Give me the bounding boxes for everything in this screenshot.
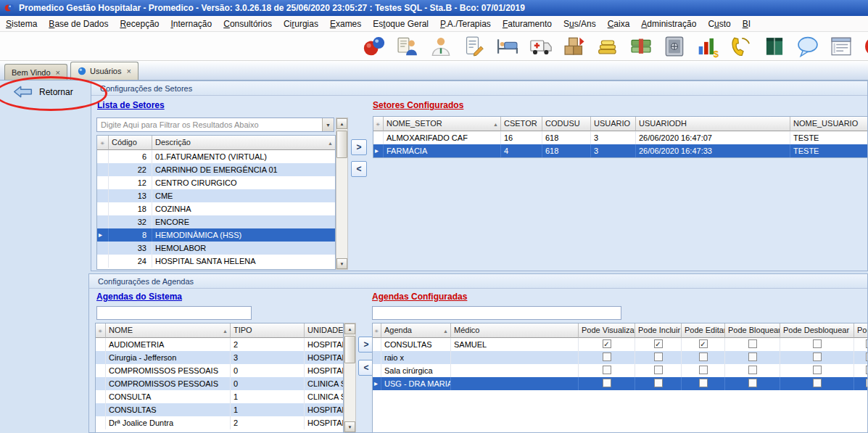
checkbox-checked[interactable]: ✓: [654, 339, 663, 348]
scroll-up-icon[interactable]: ▲: [336, 118, 347, 129]
column-header-nome[interactable]: NOME▲: [106, 323, 231, 338]
table-row[interactable]: ▸USG - DRA MARIA A: [373, 377, 868, 390]
table-row[interactable]: Sala cirúrgica: [373, 364, 868, 377]
menu-item-recepcao[interactable]: Recepção: [114, 19, 165, 29]
patients-icon[interactable]: [396, 35, 419, 58]
agendas-sistema-filter-input[interactable]: [96, 306, 252, 320]
checkbox-unchecked[interactable]: [603, 379, 611, 387]
menu-item-p-a-terapias[interactable]: P.A./Terapias: [434, 19, 497, 29]
book-icon[interactable]: [763, 35, 786, 58]
column-header-pode-incluir[interactable]: Pode Incluir: [635, 323, 682, 338]
checkbox-unchecked[interactable]: [654, 352, 663, 361]
column-header-pode-desbloquear[interactable]: Pode Desbloquear: [780, 323, 854, 338]
money-stack-icon[interactable]: [629, 35, 653, 58]
scroll-thumb[interactable]: [344, 336, 355, 363]
checkbox-unchecked[interactable]: [866, 379, 868, 387]
table-row[interactable]: 13CME: [97, 189, 335, 202]
column-header-codigo[interactable]: Código: [109, 136, 152, 150]
column-header-unidade[interactable]: UNIDADE: [305, 323, 344, 338]
phone-icon[interactable]: [729, 35, 753, 58]
doctor-icon[interactable]: [429, 35, 452, 58]
column-header-usuario[interactable]: USUARIO: [591, 117, 636, 131]
chat-icon[interactable]: [796, 35, 819, 58]
column-header-usuariodh[interactable]: USUARIODH: [636, 117, 790, 131]
table-row[interactable]: 22CARRINHO DE EMERGÊNCIA 01: [97, 163, 335, 176]
checkbox-unchecked[interactable]: [699, 379, 708, 387]
menu-item-consultorios[interactable]: Consultórios: [218, 19, 278, 29]
finance-chart-icon[interactable]: $: [696, 35, 719, 58]
checkbox-unchecked[interactable]: [748, 339, 757, 348]
column-header-csetor[interactable]: CSETOR: [501, 117, 542, 131]
table-row[interactable]: 601.FATURAMENTO (VIRTUAL): [97, 150, 335, 163]
table-row[interactable]: 32ENCORE: [97, 215, 335, 228]
checkbox-unchecked[interactable]: [866, 352, 868, 361]
checkbox-unchecked[interactable]: [699, 352, 708, 361]
table-row[interactable]: 12CENTRO CIRURGICO: [97, 176, 335, 189]
checkbox-unchecked[interactable]: [813, 366, 822, 374]
stock-boxes-icon[interactable]: [563, 35, 586, 58]
tab-close-icon[interactable]: ×: [126, 67, 131, 75]
checkbox-checked[interactable]: ✓: [603, 339, 611, 348]
agendas-configuradas-filter-input[interactable]: [372, 306, 621, 320]
checkbox-unchecked[interactable]: [748, 366, 757, 374]
scroll-thumb[interactable]: [336, 131, 347, 158]
scroll-down-icon[interactable]: ▼: [336, 258, 347, 269]
menu-item-bi[interactable]: BI: [737, 19, 756, 29]
sphere-users-icon[interactable]: [363, 35, 386, 58]
scroll-up-icon[interactable]: ▲: [344, 323, 355, 334]
table-row[interactable]: CONSULTAS1HOSPITAL: [96, 403, 343, 416]
table-row[interactable]: COMPROMISSOS PESSOAIS0CLINICA S: [96, 377, 343, 390]
column-header-pode-editar[interactable]: Pode Editar: [682, 323, 725, 338]
column-header-nome-usuario[interactable]: NOME_USUARIO: [790, 117, 868, 131]
column-header-codusu[interactable]: CODUSU: [542, 117, 591, 131]
checkbox-unchecked[interactable]: [748, 352, 757, 361]
setores-remove-button[interactable]: <: [351, 161, 367, 177]
menu-item-sistema[interactable]: Sistema: [0, 19, 43, 29]
table-row[interactable]: AUDIOMETRIA2HOSPITAL: [96, 338, 343, 351]
column-header-agenda[interactable]: Agenda▲: [381, 323, 451, 338]
table-row[interactable]: CONSULTASSAMUEL✓✓✓: [373, 338, 868, 351]
menu-item-internacao[interactable]: Internação: [165, 19, 218, 29]
table-row[interactable]: ▸8HEMODINÂMICA (HSS): [97, 228, 335, 242]
retornar-button[interactable]: Retornar: [9, 85, 78, 99]
tab-close-icon[interactable]: ×: [56, 68, 60, 77]
table-row[interactable]: CONSULTA1CLINICA S: [96, 390, 343, 403]
safe-icon[interactable]: [663, 35, 686, 58]
checkbox-unchecked[interactable]: [699, 366, 708, 374]
menu-item-base-de-dados[interactable]: Base de Dados: [43, 19, 114, 29]
table-row[interactable]: ▸FARMÁCIA4618326/06/2020 16:47:33TESTE: [373, 144, 868, 157]
menu-item-custo[interactable]: Custo: [702, 19, 736, 29]
gold-billing-icon[interactable]: [596, 35, 619, 58]
checkbox-checked[interactable]: ✓: [699, 339, 708, 348]
checkbox-unchecked[interactable]: [603, 366, 611, 374]
menu-item-estoque-geral[interactable]: Estoque Geral: [367, 19, 434, 29]
column-header-pode[interactable]: Pode: [854, 323, 868, 338]
table-row[interactable]: ALMOXARIFADO CAF16618326/06/2020 16:47:0…: [373, 131, 868, 144]
menu-item-exames[interactable]: Exames: [324, 19, 367, 29]
menu-item-administracao[interactable]: Administração: [635, 19, 702, 29]
checkbox-unchecked[interactable]: [654, 366, 663, 374]
column-header-medico[interactable]: Médico: [451, 323, 579, 338]
scroll-down-icon[interactable]: ▼: [344, 421, 355, 432]
checkbox-unchecked[interactable]: [603, 352, 611, 361]
schedule-icon[interactable]: [830, 35, 853, 58]
menu-item-cirurgias[interactable]: Cirurgias: [278, 19, 324, 29]
checkbox-unchecked[interactable]: [813, 379, 822, 387]
table-row[interactable]: 24HOSPITAL SANTA HELENA: [97, 255, 335, 268]
setores-add-button[interactable]: >: [351, 139, 367, 155]
checkbox-unchecked[interactable]: [866, 339, 868, 348]
alert-red-icon[interactable]: [863, 35, 868, 58]
column-header-pode-bloquear[interactable]: Pode Bloquear: [725, 323, 780, 338]
column-header-nome-setor[interactable]: NOME_SETOR▲: [384, 117, 501, 131]
prescription-icon[interactable]: [463, 35, 486, 58]
menu-item-sus-ans[interactable]: Sus/Ans: [558, 19, 602, 29]
ambulance-icon[interactable]: [529, 35, 553, 58]
checkbox-unchecked[interactable]: [813, 339, 822, 348]
column-header-descricao[interactable]: Descrição▲: [152, 136, 336, 150]
agendas-sistema-scrollbar[interactable]: ▲ ▼: [344, 323, 356, 433]
dropdown-arrow-icon[interactable]: ▼: [322, 118, 334, 131]
checkbox-unchecked[interactable]: [866, 366, 868, 374]
table-row[interactable]: Drª Joalice Duntra2HOSPITAL: [96, 416, 343, 429]
column-header-pode-visualizar[interactable]: Pode Visualizar: [579, 323, 635, 338]
column-header-tipo[interactable]: TIPO: [231, 323, 305, 338]
